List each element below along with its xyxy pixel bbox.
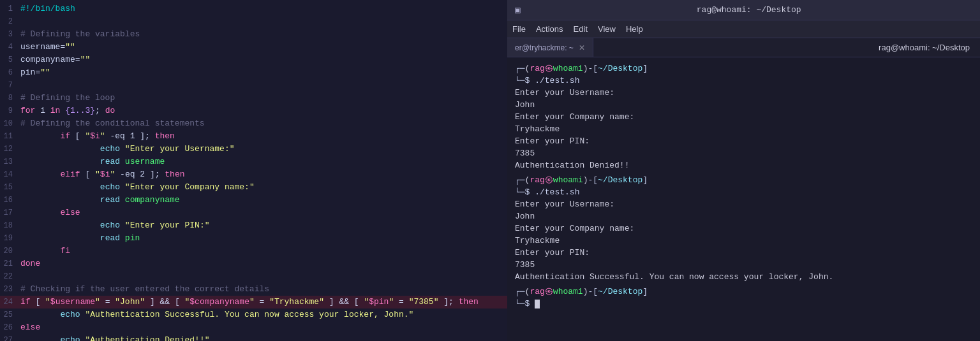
code-line-1: 1 #!/bin/bash: [0, 3, 507, 15]
code-line-12: 12 echo "Enter your Username:": [0, 143, 507, 156]
tab-right-title: rag@whoami: ~/Desktop: [593, 38, 980, 57]
terminal-output-line: Tryhackme: [515, 123, 972, 135]
terminal-output-line: John: [515, 210, 972, 222]
terminal-output-line: Enter your Company name:: [515, 222, 972, 235]
tab-left-label: er@tryhackme: ~: [515, 43, 574, 52]
terminal-cmd-3[interactable]: └─$: [515, 298, 972, 310]
menu-file[interactable]: File: [512, 24, 526, 34]
tab-close-icon[interactable]: ✕: [579, 43, 585, 52]
menu-actions[interactable]: Actions: [536, 24, 563, 34]
code-line-24: 24 if [ "$username" = "John" ] && [ "$co…: [0, 296, 507, 308]
code-line-20: 20 fi: [0, 245, 507, 258]
code-line-7: 7: [0, 79, 507, 92]
code-line-14: 14 elif [ "$i" -eq 2 ]; then: [0, 168, 507, 181]
terminal-panel: ▣ rag@whoami: ~/Desktop File Actions Edi…: [507, 0, 980, 341]
terminal-output-line: Enter your Username:: [515, 198, 972, 210]
code-line-18: 18 echo "Enter your PIN:": [0, 219, 507, 232]
terminal-output-line: John: [515, 99, 972, 111]
code-editor: 1 #!/bin/bash 2 3 # Defining the variabl…: [0, 0, 507, 341]
terminal-titlebar: ▣ rag@whoami: ~/Desktop: [507, 0, 980, 20]
code-line-6: 6 pin="": [0, 66, 507, 79]
terminal-output-line: 7385: [515, 259, 972, 271]
code-line-11: 11 if [ "$i" -eq 1 ]; then: [0, 130, 507, 143]
code-line-25: 25 echo "Authentication Successful. You …: [0, 308, 507, 321]
terminal-prompt-2: ┌─(rag㉿whoami)-[~/Desktop]: [515, 174, 972, 186]
terminal-output-line: Enter your Company name:: [515, 111, 972, 123]
code-line-3: 3 # Defining the variables: [0, 28, 507, 41]
terminal-output-line: Tryhackme: [515, 235, 972, 247]
terminal-output-line: Enter your Username:: [515, 87, 972, 99]
code-line-19: 19 read pin: [0, 232, 507, 245]
code-line-13: 13 read username: [0, 156, 507, 168]
menu-view[interactable]: View: [598, 24, 616, 34]
code-line-8: 8 # Defining the loop: [0, 92, 507, 105]
terminal-output-line: Authentication Denied!!: [515, 159, 972, 171]
code-panel: 1 #!/bin/bash 2 3 # Defining the variabl…: [0, 0, 507, 341]
code-line-2: 2: [0, 15, 507, 28]
terminal-window-icon: ▣: [515, 4, 520, 15]
code-line-22: 22: [0, 270, 507, 283]
code-line-16: 16 read companyname: [0, 194, 507, 207]
terminal-window-title: rag@whoami: ~/Desktop: [525, 5, 972, 15]
terminal-cmd-2: └─$ ./test.sh: [515, 186, 972, 198]
terminal-cursor: [535, 300, 540, 308]
code-line-26: 26 else: [0, 321, 507, 334]
code-line-17: 17 else: [0, 207, 507, 219]
code-line-15: 15 echo "Enter your Company name:": [0, 181, 507, 194]
tabs-bar: er@tryhackme: ~ ✕ rag@whoami: ~/Desktop: [507, 38, 980, 57]
code-line-5: 5 companyname="": [0, 54, 507, 66]
tab-left[interactable]: er@tryhackme: ~ ✕: [507, 38, 593, 57]
terminal-prompt-1: ┌─(rag㉿whoami)-[~/Desktop]: [515, 62, 972, 75]
terminal-output-line: Enter your PIN:: [515, 247, 972, 259]
terminal-output-line: 7385: [515, 147, 972, 159]
terminal-prompt-3: ┌─(rag㉿whoami)-[~/Desktop]: [515, 286, 972, 298]
terminal-output-line: Authentication Successful. You can now a…: [515, 271, 972, 283]
terminal-output[interactable]: ┌─(rag㉿whoami)-[~/Desktop] └─$ ./test.sh…: [507, 57, 980, 341]
code-line-27: 27 echo "Authentication Denied!!": [0, 334, 507, 341]
menu-edit[interactable]: Edit: [574, 24, 588, 34]
code-line-4: 4 username="": [0, 41, 507, 54]
code-line-23: 23 # Checking if the user entered the co…: [0, 283, 507, 296]
terminal-output-line: Enter your PIN:: [515, 135, 972, 147]
menubar: File Actions Edit View Help: [507, 20, 980, 38]
menu-help[interactable]: Help: [626, 24, 643, 34]
code-line-9: 9 for i in {1..3}; do: [0, 105, 507, 117]
code-line-21: 21 done: [0, 258, 507, 270]
code-line-10: 10 # Defining the conditional statements: [0, 117, 507, 130]
terminal-cmd-1: └─$ ./test.sh: [515, 75, 972, 87]
